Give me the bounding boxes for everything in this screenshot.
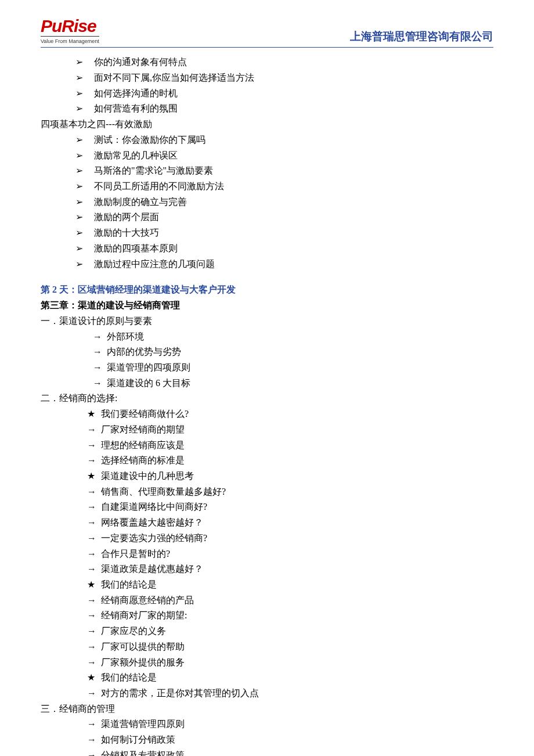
list-item: ➢激励的十大技巧 bbox=[41, 225, 493, 241]
arrow-right-icon: → bbox=[87, 717, 101, 732]
list-text: 激励的十大技巧 bbox=[94, 228, 159, 237]
star-icon: ★ bbox=[87, 469, 101, 484]
list-item: →分销权及专营权政策 bbox=[41, 748, 493, 756]
section-title: 一．渠道设计的原则与要素 bbox=[41, 314, 493, 329]
arrow-right-icon: → bbox=[87, 531, 101, 546]
arrow-right-icon: → bbox=[87, 422, 101, 438]
section-title: 二．经销商的选择: bbox=[41, 391, 493, 406]
list-text: 理想的经销商应该是 bbox=[101, 440, 185, 450]
list-text: 如何营造有利的氛围 bbox=[94, 103, 178, 113]
list-item: ➢不同员工所适用的不同激励方法 bbox=[41, 179, 493, 195]
list-text: 对方的需求，正是你对其管理的切入点 bbox=[101, 688, 259, 698]
chapter-title: 第三章：渠道的建设与经销商管理 bbox=[41, 298, 493, 314]
list-text: 激励的四项基本原则 bbox=[94, 243, 178, 253]
list-text: 厂家可以提供的帮助 bbox=[101, 642, 185, 651]
list-text: 渠道政策是越优惠越好？ bbox=[101, 564, 203, 574]
list-text: 激励的两个层面 bbox=[94, 212, 159, 222]
list-text: 我们的结论是 bbox=[101, 672, 157, 682]
list-text: 激励常见的几种误区 bbox=[94, 150, 178, 160]
list-text: 一定要选实力强的经销商? bbox=[101, 533, 207, 543]
arrow-right-icon: → bbox=[93, 344, 107, 360]
chevron-right-icon: ➢ bbox=[75, 241, 94, 257]
list-item: →渠道建设的 6 大目标 bbox=[41, 376, 493, 391]
chevron-right-icon: ➢ bbox=[75, 257, 94, 272]
chevron-right-icon: ➢ bbox=[75, 132, 94, 148]
list-text: 渠道管理的四项原则 bbox=[107, 362, 190, 372]
list-item: →厂家对经销商的期望 bbox=[41, 422, 493, 438]
list-item: ★我们的结论是 bbox=[41, 670, 493, 686]
chevron-right-icon: ➢ bbox=[75, 179, 94, 195]
arrow-right-icon: → bbox=[87, 438, 101, 453]
chevron-right-icon: ➢ bbox=[75, 55, 94, 70]
list-item: ★我们的结论是 bbox=[41, 577, 493, 593]
list-text: 选择经销商的标准是 bbox=[101, 455, 185, 465]
logo: PuRise Value From Management bbox=[41, 17, 99, 46]
list-text: 马斯洛的"需求论"与激励要素 bbox=[94, 165, 213, 175]
list-text: 激励制度的确立与完善 bbox=[94, 197, 187, 207]
arrow-right-icon: → bbox=[87, 686, 101, 701]
list-text: 渠道建设中的几种思考 bbox=[101, 471, 194, 481]
list-item: →网络覆盖越大越密越好？ bbox=[41, 515, 493, 531]
star-icon: ★ bbox=[87, 670, 101, 686]
list-text: 自建渠道网络比中间商好? bbox=[101, 502, 207, 512]
chevron-right-icon: ➢ bbox=[75, 210, 94, 225]
list-item: ➢激励过程中应注意的几项问题 bbox=[41, 257, 493, 272]
list-item: ★我们要经销商做什么? bbox=[41, 406, 493, 422]
list-text: 经销商对厂家的期望: bbox=[101, 610, 187, 620]
list-item: →渠道管理的四项原则 bbox=[41, 360, 493, 376]
arrow-right-icon: → bbox=[93, 360, 107, 376]
chevron-right-icon: ➢ bbox=[75, 195, 94, 210]
list-item: ➢测试：你会激励你的下属吗 bbox=[41, 132, 493, 148]
arrow-right-icon: → bbox=[87, 484, 101, 500]
chevron-right-icon: ➢ bbox=[75, 101, 94, 117]
list-item: ➢如何营造有利的氛围 bbox=[41, 101, 493, 117]
list-text: 你的沟通对象有何特点 bbox=[94, 57, 187, 67]
arrow-right-icon: → bbox=[87, 655, 101, 671]
list-text: 厂家应尽的义务 bbox=[101, 626, 166, 636]
chevron-right-icon: ➢ bbox=[75, 225, 94, 241]
list-item: →如何制订分销政策 bbox=[41, 732, 493, 748]
list-text: 不同员工所适用的不同激励方法 bbox=[94, 181, 224, 191]
list-text: 渠道建设的 6 大目标 bbox=[107, 378, 190, 388]
list-text: 厂家对经销商的期望 bbox=[101, 424, 185, 434]
list-item: →经销商对厂家的期望: bbox=[41, 608, 493, 624]
list-item: ★渠道建设中的几种思考 bbox=[41, 469, 493, 484]
arrow-right-icon: → bbox=[87, 546, 101, 562]
list-text: 销售商、代理商数量越多越好? bbox=[101, 487, 226, 496]
arrow-right-icon: → bbox=[87, 639, 101, 655]
list-text: 合作只是暂时的? bbox=[101, 549, 170, 559]
chevron-right-icon: ➢ bbox=[75, 86, 94, 102]
list-text: 我们要经销商做什么? bbox=[101, 409, 189, 419]
list-text: 测试：你会激励你的下属吗 bbox=[94, 135, 205, 145]
list-item: →厂家可以提供的帮助 bbox=[41, 639, 493, 655]
chevron-right-icon: ➢ bbox=[75, 70, 94, 86]
arrow-right-icon: → bbox=[87, 499, 101, 515]
subsection-title: 四项基本功之四---有效激励 bbox=[41, 117, 493, 132]
list-item: →对方的需求，正是你对其管理的切入点 bbox=[41, 686, 493, 701]
list-item: ➢如何选择沟通的时机 bbox=[41, 86, 493, 102]
list-item: →一定要选实力强的经销商? bbox=[41, 531, 493, 546]
list-item: →外部环境 bbox=[41, 329, 493, 345]
list-text: 激励过程中应注意的几项问题 bbox=[94, 259, 215, 269]
list-item: →渠道营销管理四原则 bbox=[41, 717, 493, 732]
list-text: 厂家额外提供的服务 bbox=[101, 657, 185, 667]
arrow-right-icon: → bbox=[87, 593, 101, 609]
list-item: →自建渠道网络比中间商好? bbox=[41, 499, 493, 515]
arrow-right-icon: → bbox=[87, 608, 101, 624]
list-item: ➢马斯洛的"需求论"与激励要素 bbox=[41, 163, 493, 179]
list-text: 网络覆盖越大越密越好？ bbox=[101, 517, 203, 527]
list-item: →选择经销商的标准是 bbox=[41, 453, 493, 469]
arrow-right-icon: → bbox=[87, 624, 101, 639]
list-item: →厂家应尽的义务 bbox=[41, 624, 493, 639]
list-item: →销售商、代理商数量越多越好? bbox=[41, 484, 493, 500]
list-item: →渠道政策是越优惠越好？ bbox=[41, 561, 493, 577]
star-icon: ★ bbox=[87, 577, 101, 593]
star-icon: ★ bbox=[87, 406, 101, 422]
section-title: 三．经销商的管理 bbox=[41, 701, 493, 717]
list-item: ➢面对不同下属,你应当如何选择适当方法 bbox=[41, 70, 493, 86]
arrow-right-icon: → bbox=[87, 748, 101, 756]
list-text: 面对不同下属,你应当如何选择适当方法 bbox=[94, 73, 254, 82]
list-item: →理想的经销商应该是 bbox=[41, 438, 493, 453]
list-text: 内部的优势与劣势 bbox=[107, 347, 181, 357]
arrow-right-icon: → bbox=[93, 329, 107, 345]
